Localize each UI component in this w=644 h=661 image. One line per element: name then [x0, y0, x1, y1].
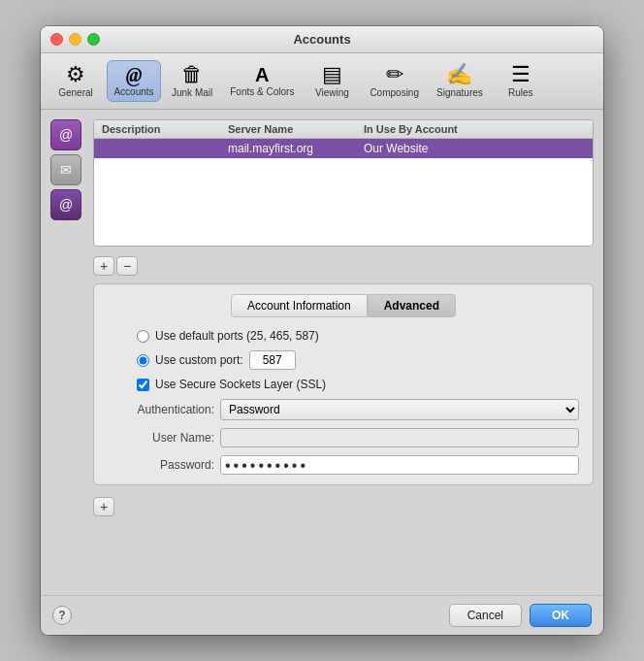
toolbar-fonts-colors[interactable]: A Fonts & Colors	[223, 60, 301, 102]
toolbar-composing[interactable]: ✏ Composing	[363, 59, 426, 103]
right-panel: Description Server Name In Use By Accoun…	[93, 119, 594, 585]
junk-mail-icon: 🗑	[181, 64, 203, 85]
toolbar-general[interactable]: ⚙ General	[48, 59, 103, 103]
col-in-use: In Use By Account	[364, 123, 585, 135]
composing-icon: ✏	[386, 64, 403, 85]
sidebar-icon-2[interactable]: ✉	[50, 154, 81, 185]
username-input[interactable]	[220, 428, 579, 447]
window-controls	[50, 33, 100, 46]
minimize-button[interactable]	[69, 33, 81, 46]
tabs-panel: Account Information Advanced Use default…	[93, 283, 594, 485]
composing-label: Composing	[370, 87, 419, 98]
titlebar: Accounts	[41, 26, 603, 53]
sidebar-icon-3[interactable]: @	[50, 189, 81, 220]
default-ports-row: Use default ports (25, 465, 587)	[137, 329, 579, 343]
username-label: User Name:	[108, 431, 214, 445]
accounts-icon: @	[126, 65, 143, 84]
col-server-name: Server Name	[228, 123, 364, 135]
table-actions: + −	[93, 256, 594, 276]
junk-mail-label: Junk Mail	[172, 87, 212, 98]
fonts-colors-label: Fonts & Colors	[230, 86, 294, 97]
dialog-buttons: Cancel OK	[449, 604, 592, 627]
ssl-row: Use Secure Sockets Layer (SSL)	[137, 378, 579, 391]
signatures-icon: ✍	[446, 64, 472, 85]
help-button[interactable]: ?	[52, 606, 72, 625]
cell-in-use: Our Website	[364, 142, 585, 155]
toolbar-accounts[interactable]: @ Accounts	[107, 60, 161, 102]
toolbar-rules[interactable]: ☰ Rules	[494, 59, 548, 103]
table-row[interactable]: mail.mayfirst.org Our Website	[94, 139, 593, 158]
general-icon: ⚙	[66, 64, 85, 85]
default-ports-radio[interactable]	[137, 330, 149, 343]
viewing-icon: ▤	[322, 64, 342, 85]
rules-icon: ☰	[511, 64, 531, 85]
cell-server-name: mail.mayfirst.org	[228, 142, 364, 155]
fonts-colors-icon: A	[255, 65, 269, 84]
add-bottom-button[interactable]: +	[93, 497, 114, 516]
sidebar-icon-1[interactable]: @	[50, 119, 81, 150]
bottom-bar: ? Cancel OK	[41, 595, 603, 635]
ok-button[interactable]: OK	[530, 604, 592, 627]
ssl-checkbox[interactable]	[137, 379, 149, 391]
password-input[interactable]: ••••••••••	[220, 455, 579, 475]
cancel-button[interactable]: Cancel	[449, 604, 522, 627]
tabs-row: Account Information Advanced	[108, 294, 579, 317]
custom-port-label: Use custom port:	[155, 353, 243, 367]
table-body: mail.mayfirst.org Our Website	[94, 139, 593, 246]
password-row: Password: ••••••••••	[108, 455, 579, 475]
tab-account-info[interactable]: Account Information	[231, 294, 368, 317]
authentication-label: Authentication:	[108, 403, 214, 416]
viewing-label: Viewing	[315, 87, 349, 98]
toolbar: ⚙ General @ Accounts 🗑 Junk Mail A Fonts…	[41, 53, 603, 110]
general-label: General	[58, 87, 93, 98]
accounts-label: Accounts	[113, 86, 153, 97]
toolbar-viewing[interactable]: ▤ Viewing	[305, 59, 359, 103]
toolbar-junk-mail[interactable]: 🗑 Junk Mail	[165, 59, 219, 103]
authentication-row: Authentication: Password	[108, 399, 579, 420]
add-server-button[interactable]: +	[93, 256, 114, 276]
main-window: Accounts ⚙ General @ Accounts 🗑 Junk Mai…	[41, 26, 603, 635]
default-ports-label: Use default ports (25, 465, 587)	[155, 329, 319, 343]
password-label: Password:	[108, 458, 214, 472]
custom-port-radio[interactable]	[137, 354, 149, 367]
server-table: Description Server Name In Use By Accoun…	[93, 119, 594, 247]
rules-label: Rules	[508, 87, 533, 98]
advanced-form: Use default ports (25, 465, 587) Use cus…	[108, 329, 579, 475]
main-content: @ ✉ @ Description Server Name In Use By …	[41, 110, 603, 595]
tab-advanced[interactable]: Advanced	[368, 294, 456, 317]
signatures-label: Signatures	[436, 87, 483, 98]
close-button[interactable]	[50, 33, 63, 46]
maximize-button[interactable]	[87, 33, 100, 46]
col-description: Description	[102, 123, 228, 135]
sidebar: @ ✉ @	[50, 119, 85, 585]
ssl-label: Use Secure Sockets Layer (SSL)	[155, 378, 326, 391]
window-title: Accounts	[293, 32, 350, 47]
table-header: Description Server Name In Use By Accoun…	[94, 120, 593, 139]
remove-server-button[interactable]: −	[116, 256, 138, 276]
custom-port-input[interactable]	[249, 350, 296, 370]
authentication-select[interactable]: Password	[220, 399, 579, 420]
custom-port-row: Use custom port:	[137, 350, 579, 370]
username-row: User Name:	[108, 428, 579, 447]
toolbar-signatures[interactable]: ✍ Signatures	[430, 59, 490, 103]
